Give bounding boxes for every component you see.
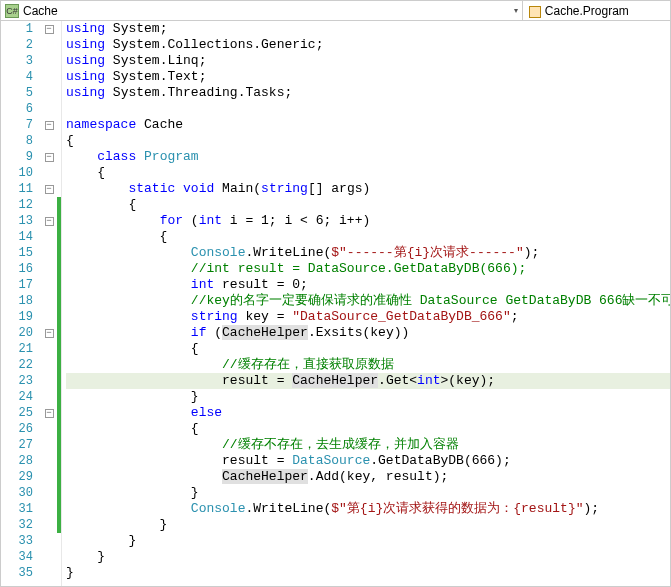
code-line[interactable]: Console.WriteLine($"------第{i}次请求------"…: [66, 245, 670, 261]
change-marker: [57, 261, 61, 277]
change-marker: [57, 565, 61, 581]
change-marker: [57, 501, 61, 517]
fold-column[interactable]: −: [41, 21, 57, 37]
code-line[interactable]: class Program: [66, 149, 670, 165]
fold-column: [41, 389, 57, 405]
token-text: [] args): [308, 181, 370, 196]
code-line[interactable]: }: [66, 565, 670, 581]
change-marker: [57, 69, 61, 85]
code-line[interactable]: {: [66, 229, 670, 245]
fold-minus-icon[interactable]: −: [45, 409, 54, 418]
token-text: [66, 325, 191, 340]
code-line[interactable]: Console.WriteLine($"第{i}次请求获得的数据为：{resul…: [66, 501, 670, 517]
token-type: Console: [191, 245, 246, 260]
code-line[interactable]: using System.Text;: [66, 69, 670, 85]
code-line[interactable]: //int result = DataSource.GetDataByDB(66…: [66, 261, 670, 277]
token-text: System.Collections.Generic: [113, 37, 316, 52]
change-marker: [57, 53, 61, 69]
code-line[interactable]: {: [66, 133, 670, 149]
token-text: [66, 181, 128, 196]
code-line[interactable]: }: [66, 389, 670, 405]
gutter-row: 17: [1, 277, 61, 293]
fold-column: [41, 261, 57, 277]
token-text: [66, 261, 191, 276]
code-line[interactable]: result = DataSource.GetDataByDB(666);: [66, 453, 670, 469]
gutter-row: 23: [1, 373, 61, 389]
code-line[interactable]: if (CacheHelper.Exsits(key)): [66, 325, 670, 341]
code-line[interactable]: result = CacheHelper.Get<int>(key);: [66, 373, 670, 389]
change-marker: [57, 357, 61, 373]
code-line[interactable]: else: [66, 405, 670, 421]
line-number: 2: [1, 37, 41, 53]
fold-minus-icon[interactable]: −: [45, 25, 54, 34]
token-text: ;: [511, 309, 519, 324]
token-text: System.Threading.Tasks: [113, 85, 285, 100]
code-line[interactable]: using System;: [66, 21, 670, 37]
fold-column[interactable]: −: [41, 325, 57, 341]
line-number: 7: [1, 117, 41, 133]
line-number: 25: [1, 405, 41, 421]
fold-column[interactable]: −: [41, 149, 57, 165]
gutter-row: 35: [1, 565, 61, 581]
code-line[interactable]: using System.Linq;: [66, 53, 670, 69]
code-line[interactable]: {: [66, 421, 670, 437]
token-cmt: //key的名字一定要确保请求的准确性 DataSource GetDataBy…: [191, 293, 670, 308]
code-area[interactable]: using System;using System.Collections.Ge…: [62, 21, 670, 586]
token-text: [105, 21, 113, 36]
code-line[interactable]: //缓存存在，直接获取原数据: [66, 357, 670, 373]
fold-column: [41, 373, 57, 389]
token-text: [136, 117, 144, 132]
fold-column: [41, 69, 57, 85]
csharp-icon: C#: [5, 4, 19, 18]
line-number: 11: [1, 181, 41, 197]
fold-column[interactable]: −: [41, 117, 57, 133]
code-line[interactable]: CacheHelper.Add(key, result);: [66, 469, 670, 485]
code-line[interactable]: }: [66, 517, 670, 533]
code-line[interactable]: for (int i = 1; i < 6; i++): [66, 213, 670, 229]
code-line[interactable]: static void Main(string[] args): [66, 181, 670, 197]
fold-minus-icon[interactable]: −: [45, 217, 54, 226]
code-line[interactable]: }: [66, 533, 670, 549]
change-marker: [57, 341, 61, 357]
token-type: Console: [191, 501, 246, 516]
token-text: (: [206, 325, 222, 340]
code-line[interactable]: [66, 101, 670, 117]
code-line[interactable]: }: [66, 485, 670, 501]
gutter-row: 31: [1, 501, 61, 517]
code-line[interactable]: }: [66, 549, 670, 565]
gutter-row: 27: [1, 437, 61, 453]
fold-column[interactable]: −: [41, 213, 57, 229]
fold-column[interactable]: −: [41, 405, 57, 421]
code-line[interactable]: namespace Cache: [66, 117, 670, 133]
navigation-bar: C# Cache ▾ Cache.Program: [1, 1, 670, 21]
fold-minus-icon[interactable]: −: [45, 185, 54, 194]
token-text: [105, 69, 113, 84]
code-line[interactable]: string key = "DataSource_GetDataByDB_666…: [66, 309, 670, 325]
gutter-row: 29: [1, 469, 61, 485]
line-number: 35: [1, 565, 41, 581]
code-line[interactable]: {: [66, 165, 670, 181]
fold-minus-icon[interactable]: −: [45, 329, 54, 338]
fold-column: [41, 37, 57, 53]
code-line[interactable]: {: [66, 341, 670, 357]
code-line[interactable]: int result = 0;: [66, 277, 670, 293]
token-text: }: [66, 565, 74, 580]
class-dropdown[interactable]: Cache.Program: [523, 1, 670, 20]
change-marker: [57, 229, 61, 245]
fold-column[interactable]: −: [41, 181, 57, 197]
gutter-row: 12: [1, 197, 61, 213]
token-kw: for: [160, 213, 183, 228]
gutter-row: 25−: [1, 405, 61, 421]
fold-minus-icon[interactable]: −: [45, 121, 54, 130]
fold-column: [41, 229, 57, 245]
gutter: 1−234567−89−1011−1213−14151617181920−212…: [1, 21, 62, 586]
token-text: [136, 149, 144, 164]
fold-minus-icon[interactable]: −: [45, 153, 54, 162]
namespace-dropdown[interactable]: C# Cache ▾: [1, 1, 523, 20]
code-line[interactable]: //key的名字一定要确保请求的准确性 DataSource GetDataBy…: [66, 293, 670, 309]
code-line[interactable]: //缓存不存在，去生成缓存，并加入容器: [66, 437, 670, 453]
token-kw: else: [191, 405, 222, 420]
code-line[interactable]: {: [66, 197, 670, 213]
code-line[interactable]: using System.Threading.Tasks;: [66, 85, 670, 101]
code-line[interactable]: using System.Collections.Generic;: [66, 37, 670, 53]
